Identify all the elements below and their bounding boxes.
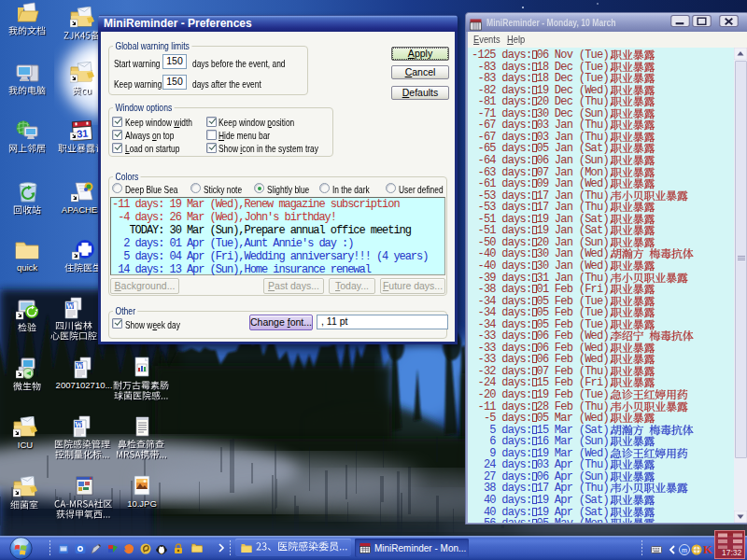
svg-text:W: W — [75, 421, 82, 429]
svg-text:W: W — [76, 362, 83, 371]
svg-text:W: W — [66, 302, 74, 311]
svg-text:m: m — [682, 547, 687, 553]
svg-text:31: 31 — [77, 128, 89, 140]
